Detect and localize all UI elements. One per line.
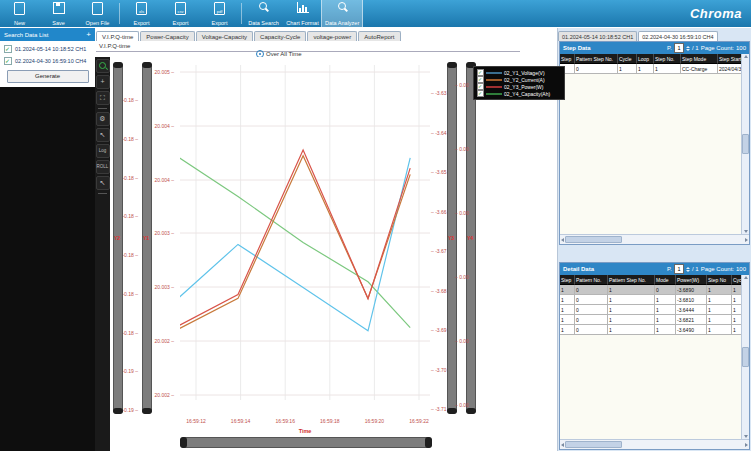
scroll-thumb[interactable] — [565, 441, 622, 448]
scroll-thumb[interactable] — [742, 347, 749, 367]
export-csv-button[interactable]: csv Export — [161, 0, 200, 27]
page-spinner[interactable] — [686, 46, 690, 51]
cursor-tool-icon[interactable]: ↖ — [96, 128, 110, 142]
search-data-list: 01.2024-05-14 10:18:52 CH1 02.2024-04-30… — [0, 41, 95, 87]
step-page-input[interactable] — [674, 43, 684, 53]
page-prefix: P. — [667, 266, 672, 272]
fit-extent-icon[interactable]: ⛶ — [96, 91, 110, 105]
step-horizontal-scrollbar[interactable] — [560, 234, 749, 244]
data-list-item[interactable]: 01.2024-05-14 10:18:52 CH1 — [0, 43, 95, 55]
page-prefix: P. — [667, 45, 672, 51]
data-analyzer-button[interactable]: Data Analyzer — [322, 0, 362, 27]
data-analyzer-icon — [337, 2, 348, 13]
axis-tick-label: -0.18 — [122, 252, 138, 258]
legend-checkbox-icon[interactable] — [477, 90, 484, 97]
new-button[interactable]: New — [0, 0, 39, 27]
page-total: / 1 — [692, 266, 699, 272]
select-tool-icon[interactable]: ↖ — [96, 176, 110, 190]
data-list-item[interactable]: 02.2024-04-30 16:59:10 CH4 — [0, 55, 95, 67]
settings-gear-icon[interactable]: ⚙ — [96, 112, 110, 126]
new-document-icon — [14, 2, 25, 15]
axis-tick-label: 20.003 — [155, 284, 174, 290]
page-count-value: 100 — [736, 45, 746, 51]
scroll-down-icon[interactable] — [744, 435, 748, 438]
detail-table-row[interactable]: 1 0 1 0 -3.6890 1 1 1 2024/ — [560, 285, 749, 295]
axis-tick-label: -3.63 — [431, 90, 447, 96]
y4-axis-ticks: 0.000.000.000.000.000.00 — [455, 57, 466, 451]
detail-horizontal-scrollbar[interactable] — [560, 439, 749, 449]
tab-autoreport[interactable]: AutoReport — [358, 31, 400, 41]
detail-vertical-scrollbar[interactable] — [741, 275, 749, 439]
data-search-icon — [258, 2, 269, 13]
pan-tool-icon[interactable]: + — [96, 75, 110, 89]
step-table-row[interactable]: 1 0 1 1 1 CC-Charge 2024/04/30 16:59:10 … — [560, 64, 749, 74]
tab-vipq-time[interactable]: V.I.P.Q-time — [96, 31, 139, 41]
scroll-up-icon[interactable] — [744, 55, 748, 58]
tab-dataset-1[interactable]: 01.2024-05-14 10:18:52 CH1 — [558, 31, 637, 41]
axis-tick-label: 0.00 — [455, 210, 469, 216]
series-02_Y4_Capacity(Ah) — [180, 157, 410, 328]
y3-axis-ticks: -3.63-3.64-3.65-3.66-3.67-3.68-3.69-3.70… — [431, 57, 446, 451]
tab-voltage-power[interactable]: voltage-power — [307, 31, 357, 41]
new-button-label: New — [14, 20, 25, 26]
axis-tick-label: -0.18 — [122, 97, 138, 103]
series-02_Y2_Current(A) — [180, 156, 410, 329]
detail-table-row[interactable]: 1 0 1 1 -3.6821 1 1 1 2024/ — [560, 315, 749, 325]
data-search-button[interactable]: Data Search — [244, 0, 283, 27]
export-csv-button-label: Export — [173, 20, 189, 26]
scroll-right-icon[interactable] — [745, 443, 748, 447]
legend-color-line — [486, 72, 502, 74]
subtab-title: V.I.P.Q-time — [99, 43, 130, 49]
tab-power-capacity[interactable]: Power-Capacity — [140, 31, 194, 41]
scroll-up-icon[interactable] — [744, 276, 748, 279]
time-axis-slider[interactable] — [180, 437, 432, 448]
step-data-title: Step Data — [563, 45, 591, 51]
save-button[interactable]: Save — [39, 0, 78, 27]
legend-item[interactable]: 02_Y1_Voltage(V) — [477, 69, 561, 76]
detail-table-row[interactable]: 1 0 1 1 -3.6810 1 1 1 2024/ — [560, 295, 749, 305]
chart-legend: 02_Y1_Voltage(V)02_Y2_Current(A)02_Y3_Po… — [473, 66, 565, 100]
axis-tick-label: -0.19 — [122, 368, 138, 374]
line-plot[interactable] — [180, 65, 430, 400]
axis-tick-label: -3.67 — [431, 248, 447, 254]
export-pdf-button[interactable]: pdf Export — [200, 0, 239, 27]
open-file-button[interactable]: Open File — [78, 0, 117, 27]
legend-color-line — [486, 93, 502, 95]
legend-label: 02_Y2_Current(A) — [504, 77, 545, 83]
checkbox-checked-icon[interactable] — [4, 45, 12, 53]
tab-dataset-2[interactable]: 02.2024-04-30 16:59:10 CH4 — [638, 31, 717, 41]
add-data-icon[interactable]: + — [86, 31, 91, 39]
axis-tick-label: 20.003 — [155, 230, 174, 236]
scroll-thumb[interactable] — [565, 236, 622, 243]
chart-format-button[interactable]: Chart Format — [283, 0, 322, 27]
search-data-list-header: Search Data List + — [0, 28, 95, 41]
log-scale-button[interactable]: Log — [96, 144, 110, 158]
detail-page-input[interactable] — [674, 264, 684, 274]
legend-item[interactable]: 02_Y3_Power(W) — [477, 83, 561, 90]
zoom-tool-icon[interactable] — [96, 59, 110, 73]
x-axis-title: Time — [255, 428, 355, 434]
detail-table-row[interactable]: 1 0 1 1 -3.6490 1 1 1 2024/ — [560, 325, 749, 335]
legend-item[interactable]: 02_Y4_Capacity(Ah) — [477, 90, 561, 97]
step-data-header: Step Data P. / 1 Page Count: 100 — [560, 42, 749, 54]
checkbox-checked-icon[interactable] — [4, 57, 12, 65]
detail-table-row[interactable]: 1 0 1 1 -3.6444 1 1 1 2024/ — [560, 305, 749, 315]
legend-item[interactable]: 02_Y2_Current(A) — [477, 76, 561, 83]
legend-label: 02_Y1_Voltage(V) — [504, 70, 545, 76]
roll-mode-button[interactable]: ROLL — [96, 160, 110, 174]
tab-voltage-capacity[interactable]: Voltage-Capacity — [196, 31, 253, 41]
scroll-down-icon[interactable] — [744, 230, 748, 233]
data-list-item-label: 02.2024-04-30 16:59:10 CH4 — [15, 58, 86, 64]
page-count-value: 100 — [736, 266, 746, 272]
y3-axis-name: Y3 — [446, 235, 456, 241]
page-spinner[interactable] — [686, 267, 690, 272]
scroll-left-icon[interactable] — [561, 443, 564, 447]
scroll-thumb[interactable] — [742, 134, 749, 154]
axis-tick-label: 20.002 — [155, 392, 174, 398]
generate-button[interactable]: Generate — [7, 70, 89, 83]
scroll-left-icon[interactable] — [561, 238, 564, 242]
step-vertical-scrollbar[interactable] — [741, 54, 749, 234]
export-xls-button[interactable]: xls Export — [122, 0, 161, 27]
tab-capacity-cycle[interactable]: Capacity-Cycle — [254, 31, 306, 41]
scroll-right-icon[interactable] — [745, 238, 748, 242]
